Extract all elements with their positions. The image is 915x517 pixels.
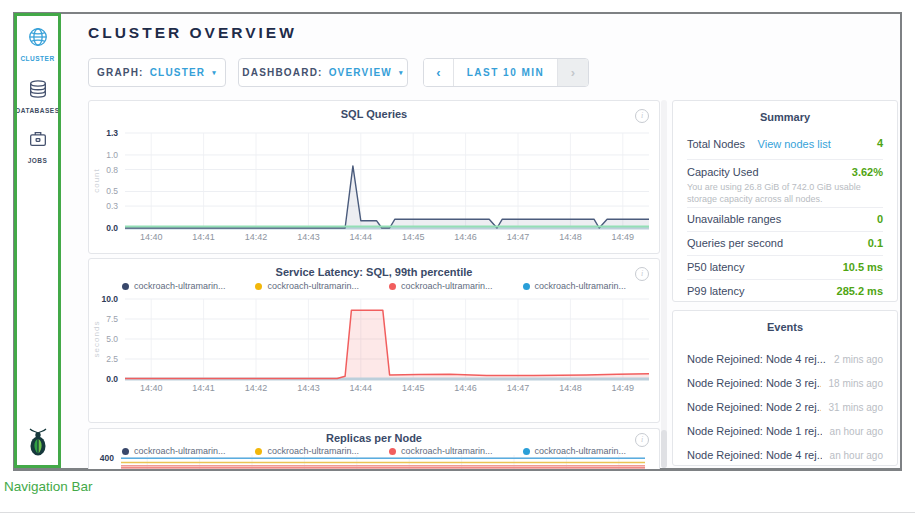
event-time: an hour ago [830, 450, 883, 461]
event-row: Node Rejoined: Node 2 rej... 31 mins ago [687, 397, 883, 417]
svg-text:5.0: 5.0 [106, 334, 118, 344]
annotation-label: Navigation Bar [4, 479, 93, 494]
event-row: Node Rejoined: Node 1 rej... an hour ago [687, 421, 883, 441]
time-next-button: › [557, 59, 588, 86]
sidebar-item-cluster[interactable]: CLUSTER [15, 26, 60, 62]
event-text: Node Rejoined: Node 4 rej... [687, 353, 826, 365]
dashboard-dropdown-value: OVERVIEW [329, 67, 392, 78]
svg-text:0.8: 0.8 [106, 165, 118, 175]
database-icon [27, 86, 49, 103]
event-text: Node Rejoined: Node 2 rej... [687, 401, 821, 413]
summary-value: 3.62% [852, 166, 883, 178]
summary-value: 0 [877, 213, 883, 225]
event-row: Node Rejoined: Node 3 rej... 18 mins ago [687, 373, 883, 393]
summary-row: P50 latency 10.5 ms [687, 257, 883, 277]
divider [687, 159, 883, 160]
time-prev-button[interactable]: ‹ [424, 59, 453, 86]
event-row: Node Rejoined: Node 4 rej... an hour ago [687, 445, 883, 465]
briefcase-icon [27, 136, 49, 153]
scrollbar-thumb[interactable] [661, 430, 667, 468]
svg-text:14:47: 14:47 [507, 383, 530, 393]
sql-queries-chart-card: SQL Queries i 0.00.30.50.81.01.314:4014:… [88, 100, 660, 254]
svg-text:14:41: 14:41 [192, 383, 215, 393]
svg-text:1.3: 1.3 [106, 128, 118, 138]
svg-text:0.0: 0.0 [106, 374, 118, 384]
summary-title: Summary [673, 111, 897, 123]
sidebar-item-databases[interactable]: DATABASES [15, 78, 60, 114]
svg-text:seconds: seconds [92, 321, 101, 358]
svg-text:14:40: 14:40 [140, 232, 163, 242]
summary-label: Queries per second [687, 237, 783, 249]
capacity-subtext: You are using 26.8 GiB of 742.0 GiB usab… [687, 181, 883, 205]
cockroachdb-logo[interactable] [15, 427, 60, 461]
summary-value: 0.1 [868, 237, 883, 249]
summary-row: P99 latency 285.2 ms [687, 281, 883, 301]
summary-label: Total Nodes [687, 138, 745, 150]
time-range-value[interactable]: LAST 10 MIN [453, 59, 557, 86]
summary-panel: Summary Total Nodes View nodes list 4 Ca… [672, 100, 898, 302]
svg-text:14:48: 14:48 [559, 383, 582, 393]
svg-text:14:43: 14:43 [297, 232, 320, 242]
summary-label: P50 latency [687, 261, 744, 273]
svg-text:0.3: 0.3 [106, 201, 118, 211]
svg-text:14:47: 14:47 [507, 232, 530, 242]
svg-text:14:44: 14:44 [350, 383, 373, 393]
summary-row: Total Nodes View nodes list 4 [687, 131, 883, 155]
svg-text:10.0: 10.0 [101, 294, 118, 304]
chevron-down-icon: ▾ [399, 69, 404, 77]
divider [687, 255, 883, 256]
svg-text:14:48: 14:48 [559, 232, 582, 242]
svg-text:14:40: 14:40 [140, 383, 163, 393]
event-text: Node Rejoined: Node 4 rej... [687, 449, 822, 461]
events-title: Events [673, 321, 897, 333]
svg-text:0.0: 0.0 [106, 223, 118, 233]
graph-dropdown-label: GRAPH: [97, 67, 144, 78]
summary-label: Unavailable ranges [687, 213, 781, 225]
event-time: 31 mins ago [829, 402, 883, 413]
svg-text:14:42: 14:42 [245, 232, 268, 242]
divider [687, 231, 883, 232]
event-time: an hour ago [830, 426, 883, 437]
sidebar-item-label: CLUSTER [15, 55, 60, 62]
svg-text:400: 400 [100, 453, 114, 463]
event-text: Node Rejoined: Node 3 rej... [687, 377, 821, 389]
graph-dropdown[interactable]: GRAPH: CLUSTER ▾ [88, 58, 226, 87]
event-time: 18 mins ago [829, 378, 883, 389]
service-latency-chart: 0.02.55.07.510.014:4014:4114:4214:4314:4… [89, 259, 661, 423]
sidebar-item-jobs[interactable]: JOBS [15, 128, 60, 164]
page: CLUSTER DATABASES JOBS [0, 0, 915, 517]
sidebar-item-label: JOBS [15, 157, 60, 164]
svg-text:14:49: 14:49 [612, 383, 635, 393]
svg-text:14:43: 14:43 [297, 383, 320, 393]
summary-value: 10.5 ms [843, 261, 883, 273]
svg-text:7.5: 7.5 [106, 314, 118, 324]
dashboard-dropdown-label: DASHBOARD: [242, 67, 322, 78]
summary-label: Capacity Used [687, 166, 759, 178]
sql-queries-chart: 0.00.30.50.81.01.314:4014:4114:4214:4314… [89, 101, 661, 255]
main-scrollbar[interactable] [661, 100, 667, 468]
navigation-bar: CLUSTER DATABASES JOBS [15, 14, 60, 467]
dashboard-dropdown[interactable]: DASHBOARD: OVERVIEW ▾ [238, 58, 408, 87]
svg-text:14:45: 14:45 [402, 232, 425, 242]
event-text: Node Rejoined: Node 1 rej... [687, 425, 822, 437]
summary-row: Capacity Used 3.62% [687, 163, 883, 181]
svg-text:1.0: 1.0 [106, 150, 118, 160]
globe-icon [27, 34, 49, 51]
divider [687, 279, 883, 280]
summary-row: Unavailable ranges 0 [687, 209, 883, 229]
view-nodes-list-link[interactable]: View nodes list [758, 138, 831, 150]
summary-value: 285.2 ms [837, 285, 883, 297]
event-row: Node Rejoined: Node 4 rej... 2 mins ago [687, 349, 883, 369]
svg-text:14:46: 14:46 [454, 383, 477, 393]
service-latency-chart-card: Service Latency: SQL, 99th percentile i … [88, 258, 660, 423]
svg-text:14:45: 14:45 [402, 383, 425, 393]
replicas-per-node-chart-card: Replicas per Node i cockroach-ultramarin… [88, 428, 660, 469]
svg-text:0.5: 0.5 [106, 186, 118, 196]
events-panel: Events Node Rejoined: Node 4 rej... 2 mi… [672, 310, 898, 466]
time-range-selector: ‹ LAST 10 MIN › [423, 58, 589, 87]
divider [687, 207, 883, 208]
page-title: CLUSTER OVERVIEW [88, 24, 297, 42]
svg-text:count: count [92, 168, 101, 193]
event-time: 2 mins ago [834, 354, 883, 365]
summary-label: P99 latency [687, 285, 744, 297]
